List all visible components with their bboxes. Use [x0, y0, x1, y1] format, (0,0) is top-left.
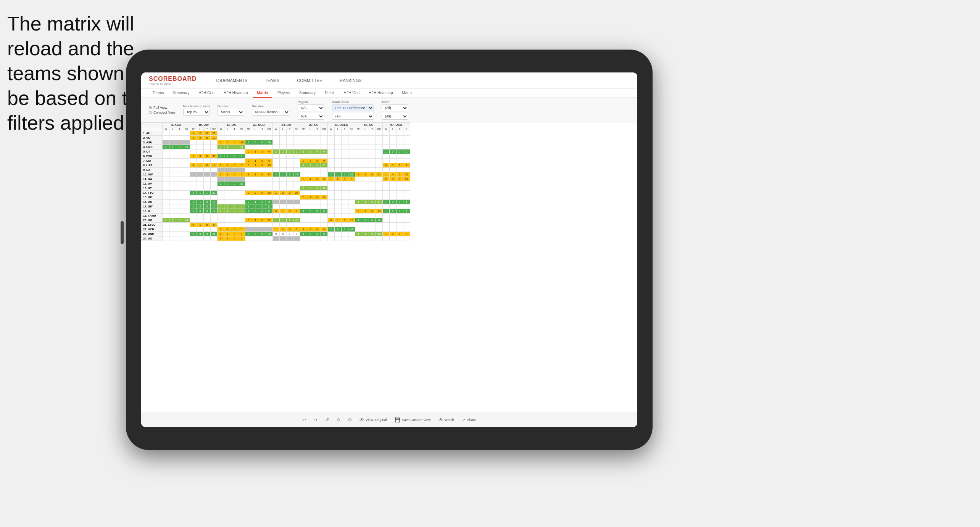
sub-nav-matrix1[interactable]: Matrix [253, 88, 272, 98]
matrix-cell [190, 168, 197, 172]
nav-tournaments[interactable]: TOURNAMENTS [212, 77, 251, 84]
toolbar-watch[interactable]: 👁 Watch [438, 417, 454, 423]
toolbar-share[interactable]: ↗ Share [462, 417, 476, 423]
compact-view-option[interactable]: Compact View [149, 111, 176, 114]
matrix-area[interactable]: 3. ASU 10. UW 11. UA 22. UCB 24. UO 27. … [141, 122, 637, 420]
matrix-cell [252, 186, 259, 191]
nav-committee[interactable]: COMMITTEE [294, 77, 325, 84]
team-select[interactable]: (All) [382, 104, 408, 111]
matrix-cell [190, 214, 197, 218]
toolbar-save-custom[interactable]: 💾 Save Custom View [395, 417, 431, 423]
matrix-cell: 1 [224, 209, 231, 214]
matrix-cell [238, 186, 245, 191]
region-filter: Region N/A N/A [298, 100, 324, 120]
matrix-cell: 32 [266, 172, 272, 177]
matrix-cell [197, 186, 204, 191]
region-select[interactable]: N/A [298, 104, 324, 111]
sub-nav-h2h-heatmap1[interactable]: H2H Heatmap [220, 88, 251, 98]
sub-nav-matrix2[interactable]: Matrix [398, 88, 416, 98]
sub-nav-h2h-grid1[interactable]: H2H Grid [195, 88, 218, 98]
matrix-cell [163, 209, 169, 214]
compact-view-radio[interactable] [149, 111, 152, 114]
matrix-cell [396, 227, 403, 232]
matrix-cell [314, 136, 321, 140]
toolbar-zoom-in[interactable]: ⊕ [348, 417, 352, 423]
toolbar-reset[interactable]: ↺ [325, 417, 329, 423]
matrix-cell [190, 195, 197, 200]
matrix-cell [169, 136, 176, 140]
toolbar-zoom-out[interactable]: ⊖ [337, 417, 340, 423]
matrix-cell [163, 131, 169, 136]
sub-nav-h2h-heatmap2[interactable]: H2H Heatmap [365, 88, 397, 98]
division-select[interactable]: NCAA Division I [252, 109, 290, 116]
matrix-cell [362, 223, 369, 227]
full-view-radio[interactable] [149, 106, 152, 109]
matrix-cell: 1 [403, 200, 410, 204]
region-select2[interactable]: N/A [298, 113, 324, 120]
matrix-cell [403, 136, 410, 140]
matrix-cell: 1 [382, 172, 389, 177]
matrix-cell [334, 191, 341, 195]
matrix-cell: 0 [231, 236, 238, 241]
toolbar-undo[interactable]: ↩ [302, 417, 306, 423]
tablet-side-button[interactable] [121, 221, 124, 244]
matrix-cell: 1 [307, 163, 314, 168]
table-row: 1. AU12023 [142, 131, 410, 136]
sh-l2: L [197, 127, 204, 131]
matrix-cell: 0 [300, 159, 307, 163]
matrix-cell [204, 186, 211, 191]
matrix-cell [369, 186, 376, 191]
matrix-cell [163, 168, 169, 172]
sub-nav-h2h-grid2[interactable]: H2H Grid [340, 88, 363, 98]
row-header: 9. UA [142, 168, 163, 172]
sub-nav-players[interactable]: Players [274, 88, 294, 98]
matrix-cell: 0 [238, 209, 245, 214]
team-label: Team [382, 100, 408, 104]
save-custom-label: Save Custom View [402, 418, 431, 422]
matrix-cell: 1 [307, 195, 314, 200]
matrix-cell [259, 214, 266, 218]
matrix-cell: 1 [218, 154, 224, 159]
matrix-cell [382, 136, 389, 140]
full-view-option[interactable]: Full View [149, 106, 176, 109]
matrix-cell [327, 236, 334, 241]
nav-teams[interactable]: TEAMS [262, 77, 282, 84]
matrix-cell: 1 [382, 209, 389, 214]
matrix-cell: 1 [327, 177, 334, 182]
matrix-cell: 12 [321, 186, 327, 191]
matrix-cell [204, 218, 211, 223]
matrix-cell [286, 168, 293, 172]
max-teams-select[interactable]: Top 25 [183, 109, 210, 116]
matrix-cell: 2 [224, 236, 231, 241]
matrix-cell [403, 145, 410, 149]
sub-nav-summary2[interactable]: Summary [295, 88, 319, 98]
matrix-cell: 1 [382, 232, 389, 236]
matrix-cell [272, 204, 279, 209]
matrix-cell [382, 227, 389, 232]
matrix-cell [327, 223, 334, 227]
matrix-cell [169, 154, 176, 159]
matrix-cell [362, 186, 369, 191]
gender-select[interactable]: Men's [218, 109, 244, 116]
nav-rankings[interactable]: RANKINGS [337, 77, 364, 84]
matrix-cell: 68 [348, 172, 355, 177]
conference-select[interactable]: Pac-12 Conference [332, 104, 374, 111]
team-select2[interactable]: (All) [382, 113, 408, 120]
matrix-cell: 0 [293, 232, 300, 236]
matrix-cell [245, 136, 252, 140]
matrix-cell [327, 145, 334, 149]
toolbar-redo[interactable]: ↪ [314, 417, 318, 423]
row-header: 3. ASU [142, 140, 163, 145]
toolbar-view-original[interactable]: 👁 View: Original [359, 417, 387, 423]
redo-icon: ↪ [314, 417, 318, 423]
matrix-cell [327, 186, 334, 191]
sub-nav-teams[interactable]: Teams [149, 88, 168, 98]
sub-nav-detail[interactable]: Detail [321, 88, 338, 98]
zoom-in-icon: ⊕ [348, 417, 352, 423]
matrix-cell [286, 236, 293, 241]
matrix-cell [403, 154, 410, 159]
conference-select2[interactable]: (All) [332, 113, 374, 120]
matrix-cell [362, 227, 369, 232]
sub-nav-summary1[interactable]: Summary [169, 88, 193, 98]
matrix-cell: 0 [293, 149, 300, 154]
